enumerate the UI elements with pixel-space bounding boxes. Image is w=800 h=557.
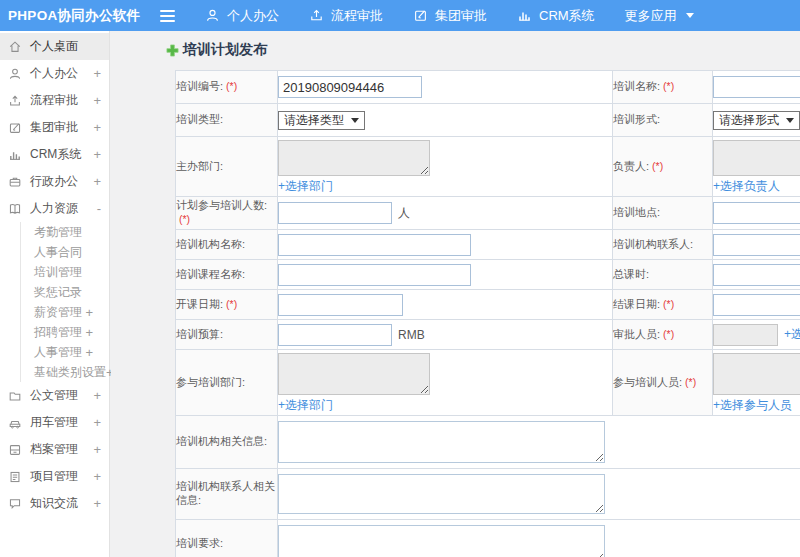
page-head: 培训计划发布 [166, 41, 800, 59]
sidebar-item-label: 考勤管理 [34, 224, 82, 241]
select-value: 请选择形式 [719, 112, 779, 129]
sidebar-item-attendance[interactable]: 考勤管理 [21, 222, 109, 242]
select-dept-link[interactable]: +选择部门 [278, 178, 333, 195]
nav-workflow-approval[interactable]: 流程审批 [309, 7, 383, 25]
sidebar-item-personnel[interactable]: 人事管理 + [21, 342, 109, 362]
select-leader-link[interactable]: +选择负责人 [713, 178, 780, 195]
sidebar-item-personal-office[interactable]: 个人办公 + [0, 60, 109, 87]
join-staff-textarea[interactable] [713, 353, 800, 395]
expand-toggle[interactable]: + [93, 415, 101, 430]
expand-toggle[interactable]: + [93, 388, 101, 403]
nav-crm[interactable]: CRM系统 [517, 7, 595, 25]
sidebar-item-hr-contract[interactable]: 人事合同 [21, 242, 109, 262]
field-label: 培训机构联系人相关信息: [176, 480, 275, 506]
sidebar-item-crm[interactable]: CRM系统 + [0, 141, 109, 168]
expand-toggle[interactable]: + [93, 469, 101, 484]
sidebar-item-project[interactable]: 项目管理 + [0, 463, 109, 490]
sidebar-item-label: CRM系统 [30, 146, 81, 163]
sidebar-item-label: 个人桌面 [30, 38, 78, 55]
app-logo: PHPOA协同办公软件 [0, 7, 142, 25]
sidebar-item-label: 行政办公 [30, 173, 78, 190]
host-dept-textarea[interactable] [278, 140, 430, 176]
field-label: 培训形式: [613, 113, 660, 125]
join-dept-textarea[interactable] [278, 353, 430, 395]
sidebar-item-base-category[interactable]: 基础类别设置 + [21, 362, 109, 382]
expand-toggle[interactable]: + [85, 345, 93, 360]
course-name-input[interactable] [278, 264, 471, 286]
org-name-input[interactable] [278, 234, 471, 256]
total-hours-input[interactable] [713, 264, 800, 286]
required-mark: (*) [685, 376, 696, 388]
form-row: 培训预算: RMB 审批人员:(*) +选择审批人员 [176, 320, 800, 350]
planned-count-input[interactable] [278, 202, 392, 224]
expand-toggle[interactable]: + [93, 496, 101, 511]
end-date-input[interactable] [713, 294, 800, 316]
expand-toggle[interactable]: + [85, 325, 93, 340]
nav-personal-office[interactable]: 个人办公 [205, 7, 279, 25]
collapse-toggle[interactable]: - [97, 201, 101, 216]
sidebar-item-recruitment[interactable]: 招聘管理 + [21, 322, 109, 342]
sidebar-item-document[interactable]: 公文管理 + [0, 382, 109, 409]
hamburger-menu-icon[interactable] [156, 6, 179, 26]
approver-input[interactable] [713, 324, 778, 346]
nav-label: 流程审批 [331, 7, 383, 25]
nav-more-apps[interactable]: 更多应用 [625, 7, 694, 25]
sidebar-item-label: 奖惩记录 [34, 284, 82, 301]
sidebar-item-vehicle[interactable]: 用车管理 + [0, 409, 109, 436]
sidebar-item-knowledge[interactable]: 知识交流 + [0, 490, 109, 517]
sidebar-item-label: 公文管理 [30, 387, 78, 404]
train-name-input[interactable] [713, 76, 800, 98]
train-type-select[interactable]: 请选择类型 [278, 111, 365, 130]
expand-toggle[interactable]: + [93, 174, 101, 189]
expand-toggle[interactable]: + [93, 93, 101, 108]
expand-toggle[interactable]: + [93, 147, 101, 162]
select-approver-link[interactable]: +选择审批人员 [784, 327, 800, 341]
start-date-input[interactable] [278, 294, 403, 316]
sidebar-item-archive[interactable]: 档案管理 + [0, 436, 109, 463]
top-nav: 个人办公 流程审批 集团审批 CRM系统 更多应用 [205, 7, 694, 25]
expand-toggle[interactable]: + [85, 305, 93, 320]
expand-toggle[interactable]: + [93, 66, 101, 81]
field-label: 培训要求: [176, 537, 223, 549]
train-no-input[interactable] [278, 76, 422, 98]
budget-input[interactable] [278, 324, 392, 346]
expand-toggle[interactable]: + [93, 442, 101, 457]
required-mark: (*) [663, 298, 674, 310]
train-form-select[interactable]: 请选择形式 [713, 111, 800, 130]
sidebar: 个人桌面 个人办公 + 流程审批 + 集团审批 + CRM系统 + 行政办公 +… [0, 31, 110, 557]
required-mark: (*) [663, 328, 674, 340]
chat-icon [8, 497, 22, 511]
location-input[interactable] [713, 202, 800, 224]
required-mark: (*) [226, 80, 237, 92]
field-label: 培训地点: [613, 206, 660, 218]
page-title: 培训计划发布 [183, 41, 267, 59]
select-join-staff-link[interactable]: +选择参与人员 [713, 397, 792, 414]
plus-icon [166, 44, 179, 57]
org-contact-info-textarea[interactable] [278, 474, 605, 514]
sidebar-item-label: 档案管理 [30, 441, 78, 458]
field-label: 负责人: [613, 160, 649, 172]
field-label: 培训机构相关信息: [176, 435, 267, 447]
field-label: 参与培训人员: [613, 376, 682, 388]
sidebar-item-admin-office[interactable]: 行政办公 + [0, 168, 109, 195]
org-info-textarea[interactable] [278, 421, 605, 463]
form-row: 培训编号:(*) 培训名称:(*) [176, 71, 800, 104]
sidebar-item-workflow-approval[interactable]: 流程审批 + [0, 87, 109, 114]
form-row: 计划参与培训人数:(*) 人 培训地点: [176, 197, 800, 230]
field-label: 结课日期: [613, 298, 660, 310]
sidebar-item-salary[interactable]: 薪资管理 + [21, 302, 109, 322]
requirements-textarea[interactable] [278, 525, 605, 557]
org-contact-input[interactable] [713, 234, 800, 256]
folder-icon [8, 389, 22, 403]
select-join-dept-link[interactable]: +选择部门 [278, 397, 333, 414]
sidebar-item-hr[interactable]: 人力资源 - [0, 195, 109, 222]
expand-toggle[interactable]: + [93, 120, 101, 135]
sidebar-item-training[interactable]: 培训管理 [21, 262, 109, 282]
sidebar-item-desktop[interactable]: 个人桌面 [0, 33, 109, 60]
field-label: 培训名称: [613, 80, 660, 92]
sidebar-item-group-approval[interactable]: 集团审批 + [0, 114, 109, 141]
nav-group-approval[interactable]: 集团审批 [413, 7, 487, 25]
sidebar-item-reward-punishment[interactable]: 奖惩记录 [21, 282, 109, 302]
leader-textarea[interactable] [713, 140, 800, 176]
nav-label: 集团审批 [435, 7, 487, 25]
